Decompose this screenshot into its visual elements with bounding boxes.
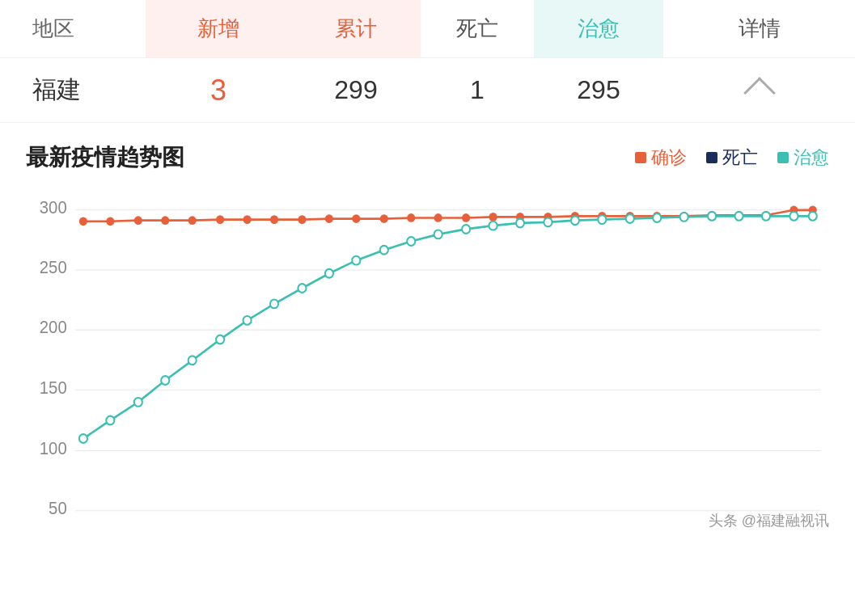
header-death: 死亡 [421, 0, 534, 57]
svg-point-21 [325, 214, 333, 223]
svg-text:250: 250 [40, 258, 67, 277]
svg-point-62 [680, 213, 688, 222]
svg-point-41 [106, 416, 114, 425]
svg-point-61 [653, 213, 661, 222]
chevron-up-icon[interactable] [743, 77, 776, 109]
svg-point-51 [380, 246, 388, 255]
svg-point-64 [734, 212, 743, 221]
cell-cured: 295 [534, 75, 663, 105]
svg-point-23 [380, 214, 388, 223]
svg-point-13 [106, 217, 114, 226]
chart-title: 最新疫情趋势图 [26, 142, 184, 173]
svg-text:50: 50 [49, 498, 67, 517]
svg-point-46 [243, 316, 252, 325]
svg-point-22 [352, 214, 360, 223]
svg-point-15 [161, 216, 169, 225]
legend-dot-death [706, 152, 717, 163]
svg-text:100: 100 [40, 438, 67, 458]
header-cured: 治愈 [534, 0, 663, 57]
svg-point-53 [434, 230, 442, 239]
svg-point-18 [243, 215, 252, 224]
svg-point-59 [598, 215, 606, 224]
svg-point-14 [134, 216, 142, 225]
header-region: 地区 [0, 0, 146, 57]
chart-section: 最新疫情趋势图 确诊 死亡 治愈 [0, 123, 855, 550]
header-detail: 详情 [663, 0, 855, 57]
svg-point-60 [626, 214, 634, 223]
svg-text:200: 200 [40, 318, 67, 337]
svg-point-26 [462, 213, 470, 222]
cell-region: 福建 [0, 74, 146, 107]
svg-point-57 [544, 217, 552, 226]
header-total: 累计 [291, 0, 421, 57]
chart-svg: 300 250 200 150 100 50 [26, 189, 829, 537]
svg-point-19 [270, 215, 278, 224]
svg-point-20 [298, 215, 306, 224]
svg-point-27 [489, 213, 497, 222]
header-new-cases: 新增 [146, 0, 291, 57]
legend-cured: 治愈 [777, 146, 829, 170]
svg-point-25 [434, 213, 442, 222]
svg-point-43 [161, 376, 169, 385]
legend-dot-cured [777, 152, 789, 163]
watermark: 头条 @福建融视讯 [709, 511, 829, 530]
svg-text:300: 300 [40, 198, 67, 217]
main-container: 地区 新增 累计 死亡 治愈 详情 福建 3 299 1 295 最新疫情趋势图… [0, 0, 855, 550]
svg-point-47 [270, 300, 278, 309]
cell-detail[interactable] [663, 77, 855, 104]
chart-header: 最新疫情趋势图 确诊 死亡 治愈 [26, 142, 829, 173]
svg-text:150: 150 [40, 378, 67, 397]
table-row[interactable]: 福建 3 299 1 295 [0, 58, 855, 123]
legend-label-confirmed: 确诊 [651, 146, 687, 170]
cell-death: 1 [421, 75, 534, 105]
svg-point-55 [489, 222, 497, 230]
legend-label-cured: 治愈 [794, 146, 829, 170]
legend-confirmed: 确诊 [635, 146, 687, 170]
svg-point-66 [789, 212, 798, 221]
legend-death: 死亡 [706, 146, 758, 170]
svg-point-56 [516, 219, 524, 228]
svg-point-17 [216, 215, 224, 224]
svg-point-65 [762, 212, 770, 221]
cell-total: 299 [291, 75, 421, 105]
svg-point-49 [325, 269, 333, 278]
legend-label-death: 死亡 [722, 146, 758, 170]
svg-point-52 [407, 237, 415, 246]
svg-point-63 [708, 212, 716, 221]
svg-point-48 [298, 284, 306, 293]
svg-point-42 [134, 398, 142, 407]
table-header: 地区 新增 累计 死亡 治愈 详情 [0, 0, 855, 58]
svg-point-12 [79, 217, 87, 226]
cell-new-cases: 3 [146, 74, 291, 108]
svg-point-58 [571, 216, 579, 225]
chart-wrapper: 300 250 200 150 100 50 [26, 189, 829, 537]
svg-point-67 [809, 212, 817, 221]
svg-point-54 [462, 225, 470, 234]
svg-point-44 [188, 356, 197, 365]
legend-dot-confirmed [635, 152, 646, 163]
svg-point-40 [79, 434, 87, 443]
svg-point-16 [188, 216, 197, 225]
svg-point-24 [407, 213, 415, 222]
svg-point-45 [216, 335, 224, 344]
svg-point-50 [352, 256, 360, 265]
chart-legend: 确诊 死亡 治愈 [635, 146, 829, 170]
